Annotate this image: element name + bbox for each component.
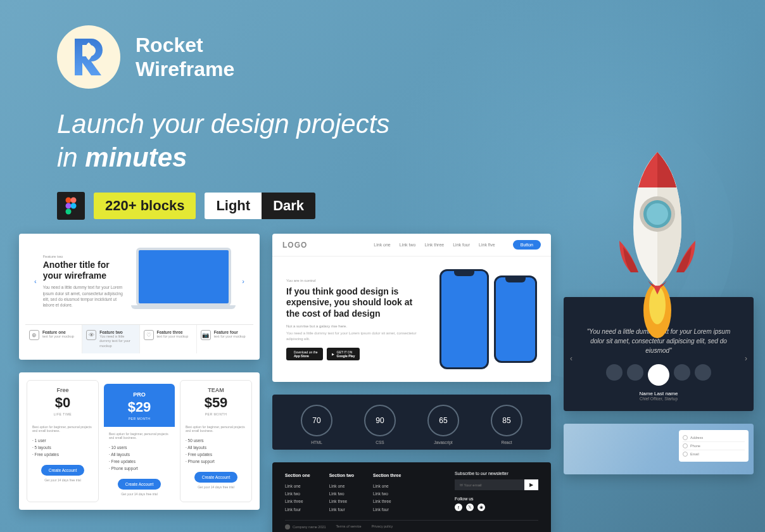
twitter-icon[interactable]: 𝕏 [466,504,474,511]
footer-link[interactable]: Link one [373,483,401,490]
feature-eyebrow: Feature two [43,255,125,258]
feature-tab[interactable]: ⊕Feature onetext for your mockup [25,325,82,353]
footer-link[interactable]: Link three [329,498,354,505]
svg-point-2 [66,203,72,209]
hero-subtitle: Not a sunrise but a galaxy rise here. [286,324,428,328]
preview-map-card: AddressPhoneEmail [564,424,754,474]
feature-icon: 👁 [86,330,96,340]
stat-item: 70HTML [301,405,332,445]
header: Rocket Wireframe [0,0,765,89]
nav-link[interactable]: Link two [400,243,416,247]
testimonial-role: Chief Officer, Startup [575,396,742,401]
preview-pricing-card: Free$0LIFE TIMEBest option for beginner,… [19,372,260,510]
svg-point-4 [66,209,72,215]
newsletter-submit-button[interactable]: ▶ [524,479,538,490]
footer-column: Section oneLink oneLink twoLink threeLin… [285,471,310,514]
footer-link[interactable]: Link four [373,506,401,514]
hero-body: You need a little dummy text for your Lo… [286,331,428,341]
carousel-next-icon[interactable]: › [242,277,244,285]
nav-cta-button[interactable]: Button [513,240,541,250]
footer-column: Section threeLink oneLink twoLink threeL… [373,471,401,514]
footer-link[interactable]: Link one [285,483,310,490]
footer-privacy[interactable]: Privacy policy [372,524,393,529]
footer-link[interactable]: Link two [329,490,354,498]
newsletter-block: Subscribe to our newsletter▶Follow usf𝕏◉ [455,471,538,514]
newsletter-input[interactable] [455,479,524,490]
rocket-illustration [594,146,721,345]
nav-logo: LOGO [282,241,307,250]
instagram-icon[interactable]: ◉ [477,504,485,511]
figma-badge [57,192,85,220]
footer-link[interactable]: Link one [329,483,354,490]
svg-point-9 [647,203,668,225]
footer-copyright: Company name 2021 [293,525,326,529]
feature-tab[interactable]: 📷Feature fourtext for your mockup [197,325,253,353]
feature-tab[interactable]: 👁Feature twoYou need a little dummy text… [82,325,139,353]
preview-stats-card: 70HTML90CSS65Javascript85React [272,395,551,450]
stat-item: 85React [491,405,522,445]
avatar-dots [575,364,742,386]
preview-footer-card: Section oneLink oneLink twoLink threeLin… [272,462,551,532]
plan-cta-button[interactable]: Create Account [194,472,237,483]
testimonial-prev-icon[interactable]: ‹ [570,354,572,363]
tagline-line1: Launch your design projects [57,108,765,141]
footer-terms[interactable]: Terms of service [336,524,362,529]
testimonial-author: Name Last name [575,391,742,396]
blocks-count-badge: 220+ blocks [94,193,196,219]
theme-dark-label: Dark [262,193,315,219]
stat-item: 90CSS [364,405,396,445]
product-name-line1: Rocket [136,33,234,57]
feature-body: You need a little dummy text for your Lo… [43,284,125,307]
laptop-mockup [131,248,236,314]
appstore-button[interactable]: Download on theApp Store [286,348,323,360]
plan-cta-button[interactable]: Create Account [41,465,84,476]
feature-tab[interactable]: ♡Feature threetext for your mockup [140,325,197,353]
carousel-prev-icon[interactable]: ‹ [34,277,37,285]
footer-link[interactable]: Link three [285,498,310,505]
feature-icon: ⊕ [29,330,39,340]
contact-row: Phone [683,442,745,450]
footer-link[interactable]: Link three [373,498,401,505]
footer-link[interactable]: Link four [285,506,310,514]
pricing-plan: Free$0LIFE TIMEBest option for beginner,… [27,380,99,502]
figma-icon [65,197,77,215]
preview-landing-card: LOGO Link oneLink twoLink threeLink four… [272,234,551,382]
svg-point-1 [71,198,77,203]
nav-link[interactable]: Link four [453,243,470,247]
footer-link[interactable]: Link four [329,506,354,514]
preview-feature-card: ‹ Feature two Another title for your wir… [19,234,260,359]
nav-link[interactable]: Link five [479,243,495,247]
phone-mockups [439,269,537,369]
feature-icon: ♡ [144,330,154,340]
svg-point-3 [71,203,77,209]
product-name-line2: Wireframe [136,57,234,81]
contact-row: Address [683,434,745,442]
footer-column: Section twoLink oneLink twoLink threeLin… [329,471,354,514]
theme-badge: Light Dark [205,193,315,219]
product-name: Rocket Wireframe [136,33,234,82]
testimonial-next-icon[interactable]: › [745,354,747,363]
nav-link[interactable]: Link one [374,243,390,247]
logo-r-icon [70,36,108,78]
hero-eyebrow: You are in control [286,279,428,282]
feature-title: Another title for your wireframe [43,260,125,281]
feature-icon: 📷 [201,330,211,340]
tagline-line2-pre: in [57,142,85,172]
plan-cta-button[interactable]: Create Account [118,479,161,490]
facebook-icon[interactable]: f [455,504,462,511]
googleplay-button[interactable]: ▶GET IT ONGoogle Play [327,348,360,360]
pricing-plan: Most PopularPRO$29PER MONTHBest option f… [104,380,175,502]
logo-badge [57,25,120,89]
stat-item: 65Javascript [427,405,459,445]
theme-light-label: Light [205,193,262,219]
contact-row: Email [683,450,745,458]
svg-point-0 [66,198,72,203]
footer-link[interactable]: Link two [373,490,401,498]
tagline-line2-bold: minutes [85,142,187,172]
footer-link[interactable]: Link two [285,490,310,498]
pricing-plan: TEAM$59PER MONTHBest option for beginner… [180,380,252,502]
nav-link[interactable]: Link three [424,243,444,247]
hero-title: If you think good design is expensive, y… [286,286,428,320]
